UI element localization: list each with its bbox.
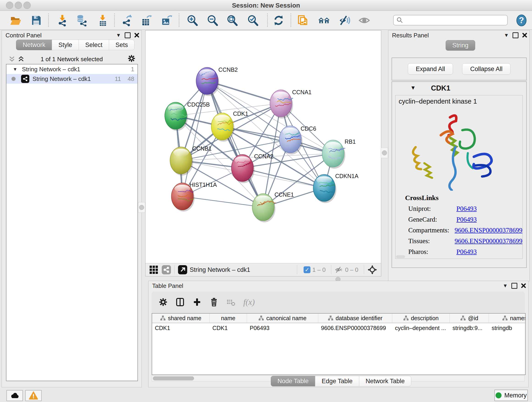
tab-select[interactable]: Select [79,40,109,50]
collapse-panel-icon[interactable]: ▼ [504,33,509,38]
import-table-icon[interactable] [96,14,109,27]
column-header-description[interactable]: description [392,313,450,323]
table-cell[interactable]: CDK1 [152,323,210,333]
cloud-status-button[interactable] [6,390,23,401]
node-CDC25B[interactable]: CDC25B [165,101,210,131]
edge-CCNB2-HIST1H1A[interactable] [182,81,207,196]
tab-sets[interactable]: Sets [109,40,134,50]
search-box[interactable] [393,15,508,26]
network-share-icon[interactable] [162,265,171,274]
search-input[interactable] [403,17,500,24]
tab-network-table[interactable]: Network Table [359,376,412,386]
birds-eye-view-icon[interactable] [367,265,377,275]
close-panel-icon[interactable] [521,283,526,288]
export-image-icon[interactable] [160,14,173,27]
tab-string[interactable]: String [446,40,475,51]
show-eye-icon[interactable] [358,14,371,27]
edge-CCNA2-CDKN1A[interactable] [242,168,324,188]
zoom-in-icon[interactable] [186,14,199,27]
left-splitter-handle[interactable] [138,202,145,213]
zoom-out-icon[interactable] [206,14,219,27]
table-cell[interactable]: stringdb:9... [450,323,489,333]
show-columns-icon[interactable] [176,298,185,307]
tab-node-table[interactable]: Node Table [271,376,315,386]
table-cell[interactable]: P06493 [247,323,318,333]
column-header-label: description [411,315,439,322]
table-scrollbar-thumb[interactable] [153,376,194,380]
results-scrollbar[interactable] [396,255,405,258]
collapse-all-button[interactable]: Collapse All [462,63,510,75]
network-edges[interactable] [176,81,333,207]
right-splitter-handle[interactable] [381,148,388,158]
delete-column-icon[interactable] [209,298,219,307]
collection-expander-icon[interactable]: ▼ [13,67,17,72]
node-CDKN1A[interactable]: CDKN1A [313,173,359,203]
node-CCNB1[interactable]: CCNB1 [170,145,212,176]
float-panel-icon[interactable] [125,32,131,38]
open-in-window-icon[interactable] [178,265,187,274]
table-cell[interactable]: 9606.ENSP00000378699 [318,323,392,333]
zoom-selected-icon[interactable] [247,14,259,27]
column-header-name[interactable]: name [210,313,247,323]
node-RB1[interactable]: RB1 [322,138,356,169]
column-header-namespace[interactable]: namespace [489,313,526,323]
import-network-from-database-icon[interactable] [75,14,88,27]
tab-style[interactable]: Style [52,40,79,50]
crosslink-link[interactable]: 9606.ENSP00000378699 [455,226,522,234]
close-panel-icon[interactable] [522,33,527,38]
collapse-panel-icon[interactable]: ▼ [503,283,508,288]
node-CCNA2[interactable]: CCNA2 [231,153,273,183]
crosslink-link[interactable]: 9606.ENSP00000378699 [455,237,522,245]
help-icon[interactable]: ? [515,14,528,27]
network-row[interactable]: String Network – cdk1 11 48 [6,74,138,84]
gear-icon[interactable] [127,54,136,63]
node-table[interactable]: shared namenamecanonical namedatabase id… [152,313,526,375]
table-cell[interactable]: CDK1 [210,323,247,333]
import-network-icon[interactable] [56,14,69,27]
hide-glass-icon[interactable] [338,14,351,27]
toolbar-separator [114,13,115,27]
collapse-panel-icon[interactable]: ▼ [116,33,121,38]
close-panel-icon[interactable] [134,33,139,38]
tab-edge-table[interactable]: Edge Table [315,376,359,386]
save-session-icon[interactable] [30,14,43,27]
selected-checkbox-icon[interactable]: ✓ [304,266,310,273]
node-CCNE1[interactable]: CCNE1 [252,191,294,222]
table-options-gear-icon[interactable] [158,298,168,307]
warning-status-button[interactable] [25,390,42,401]
protein-section-header[interactable]: ▼ CDK1 [392,82,526,95]
node-CCNA1[interactable]: CCNA1 [270,89,312,119]
crosslink-link[interactable]: P06493 [456,216,477,223]
export-table-icon[interactable] [140,14,152,27]
table-row[interactable]: CDK1CDK1P064939606.ENSP00000378699cyclin… [152,323,525,333]
node-HIST1H1A[interactable]: HIST1H1A [171,182,217,211]
float-panel-icon[interactable] [511,283,517,289]
column-header-shared-name[interactable]: shared name [152,313,210,323]
tab-network[interactable]: Network [16,40,52,50]
memory-button[interactable]: Memory [494,390,528,401]
clone-network-icon[interactable] [297,14,309,27]
protein-expander-icon[interactable]: ▼ [410,85,416,91]
table-cell[interactable]: stringdb [489,323,526,333]
network-collection-row[interactable]: ▼ String Network – cdk1 1 [6,64,138,74]
expand-all-button[interactable]: Expand All [408,63,453,75]
column-header-database-identifier[interactable]: database identifier [318,313,392,323]
node-CDK1[interactable]: CDK1 [211,110,248,142]
table-cell[interactable]: cyclin–dependent ... [392,323,450,333]
node-CCNB2[interactable]: CCNB2 [196,66,238,96]
string-home-icon[interactable] [317,14,330,27]
node-CDC6[interactable]: CDC6 [279,125,316,154]
create-column-icon[interactable] [192,298,202,307]
crosslink-link[interactable]: P06493 [456,248,477,255]
crosslink-link[interactable]: P06493 [456,205,477,212]
edge-CCNB2-CCNE1[interactable] [207,81,263,207]
column-header-canonical-name[interactable]: canonical name [247,313,318,323]
open-session-icon[interactable] [9,14,22,27]
refresh-icon[interactable] [272,14,285,27]
network-canvas[interactable]: CCNB2CCNA1CDC25BCDK1CDC6RB1CCNB1CCNA2CDK… [146,31,380,263]
column-header-@id[interactable]: @id [450,313,489,323]
grid-view-icon[interactable] [149,265,158,274]
float-panel-icon[interactable] [513,32,519,38]
export-network-icon[interactable] [120,14,133,27]
zoom-fit-icon[interactable] [226,14,239,27]
